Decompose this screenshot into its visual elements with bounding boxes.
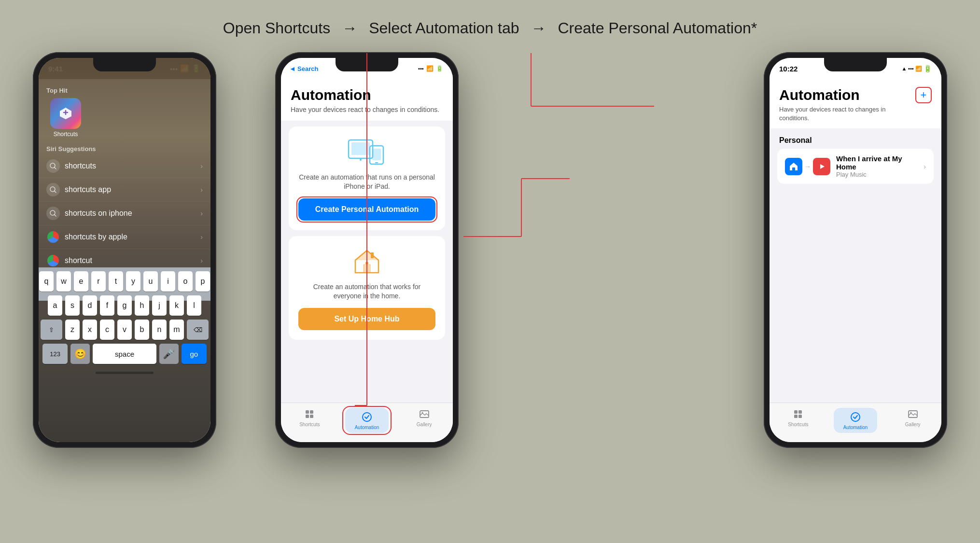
search-result-icon-3: [46, 207, 60, 220]
key-t[interactable]: t: [109, 271, 123, 292]
key-a[interactable]: a: [48, 295, 62, 316]
result-text-1: shortcuts: [65, 162, 200, 170]
shortcuts-app-icon[interactable]: [50, 98, 81, 129]
phone3-tab-gallery[interactable]: Gallery: [884, 408, 941, 427]
key-n[interactable]: n: [152, 320, 167, 340]
phone1-screen: 9:41 ▪▪▪ 📶 🔋 Top Hit: [39, 58, 210, 442]
key-z[interactable]: z: [65, 320, 80, 340]
key-v[interactable]: v: [117, 320, 132, 340]
search-result-shortcuts-app[interactable]: shortcuts app ›: [39, 178, 210, 202]
phone3-tab-shortcuts[interactable]: Shortcuts: [770, 408, 827, 427]
tab-automation[interactable]: Automation: [338, 408, 396, 433]
phone2-status-icons: ▪▪▪ 📶 🔋: [418, 65, 443, 72]
shortcuts-tab-label: Shortcuts: [299, 422, 320, 427]
key-r[interactable]: r: [91, 271, 106, 292]
key-d[interactable]: d: [83, 295, 97, 316]
tab-gallery[interactable]: Gallery: [395, 408, 453, 427]
search-result-icon-1: [46, 159, 60, 173]
key-y[interactable]: y: [126, 271, 140, 292]
key-shift[interactable]: ⇧: [41, 320, 62, 340]
phone1-content: Top Hit Shortcuts Siri Suggestions: [39, 79, 210, 301]
phone3-notch: [824, 58, 887, 71]
key-u[interactable]: u: [143, 271, 158, 292]
key-e[interactable]: e: [74, 271, 88, 292]
search-result-shortcuts-iphone[interactable]: shortcuts on iphone ›: [39, 202, 210, 225]
item-flow-arrow: →: [804, 163, 811, 170]
shortcuts-app-icon-container[interactable]: Shortcuts: [46, 98, 85, 138]
key-l[interactable]: l: [187, 295, 201, 316]
search-result-icon-4: [46, 230, 60, 244]
svg-rect-20: [310, 410, 313, 414]
key-delete[interactable]: ⌫: [187, 320, 209, 340]
step1-label: Open Shortcuts: [223, 19, 330, 37]
setup-home-hub-button[interactable]: Set Up Home Hub: [298, 308, 435, 330]
wifi-icon-3: 📶: [915, 66, 922, 72]
automation-tab-icon: [361, 411, 373, 423]
svg-point-25: [421, 412, 423, 414]
phone3-tab-automation[interactable]: Automation: [827, 408, 884, 433]
automation-item-chevron: ›: [924, 163, 926, 170]
battery-icon-3: 🔋: [924, 65, 932, 72]
key-c[interactable]: c: [100, 320, 114, 340]
key-g[interactable]: g: [117, 295, 132, 316]
create-personal-automation-button[interactable]: Create Personal Automation: [298, 198, 435, 221]
result-text-3: shortcuts on iphone: [65, 209, 200, 218]
wifi-icon-2: 📶: [426, 65, 434, 72]
key-mic[interactable]: 🎤: [159, 344, 179, 364]
svg-marker-15: [355, 251, 378, 260]
key-spacer-l: [39, 295, 45, 316]
key-f[interactable]: f: [100, 295, 114, 316]
search-result-shortcuts[interactable]: shortcuts ›: [39, 154, 210, 178]
phone2-status-left: ◀ Search: [291, 65, 318, 72]
search-result-icon-2: [46, 183, 60, 196]
add-automation-button[interactable]: +: [915, 87, 932, 103]
chevron-icon-4: ›: [200, 233, 203, 241]
svg-rect-12: [372, 149, 381, 160]
automation-tab-label: Automation: [355, 425, 379, 430]
svg-line-3: [55, 191, 56, 193]
phone3-automation-subtitle: Have your devices react to changes in co…: [779, 105, 915, 123]
svg-point-33: [851, 413, 860, 421]
key-p[interactable]: p: [196, 271, 210, 292]
key-i[interactable]: i: [161, 271, 175, 292]
key-w[interactable]: w: [56, 271, 71, 292]
create-personal-btn-container: Create Personal Automation: [298, 198, 435, 221]
p3-gallery-tab-icon: [907, 408, 919, 420]
chevron-icon-2: ›: [200, 186, 203, 194]
key-123[interactable]: 123: [42, 344, 68, 364]
p3-shortcuts-tab-icon: [792, 408, 804, 420]
svg-point-10: [360, 159, 362, 161]
phone2-frame: ◀ Search 9:41 ▪▪▪ 📶 🔋 Automation Have yo…: [275, 52, 459, 448]
svg-rect-16: [363, 264, 371, 273]
tab-shortcuts[interactable]: Shortcuts: [281, 408, 338, 427]
back-label[interactable]: Search: [297, 65, 318, 72]
key-space[interactable]: space: [93, 344, 156, 364]
gallery-tab-icon: [418, 408, 431, 420]
svg-rect-32: [798, 415, 802, 418]
key-x[interactable]: x: [83, 320, 97, 340]
key-go[interactable]: go: [182, 344, 207, 364]
automation-item-subtitle: Play Music: [836, 171, 918, 178]
key-b[interactable]: b: [135, 320, 149, 340]
keyboard-row-3: ⇧ z x c v b n m ⌫: [41, 320, 209, 340]
key-q[interactable]: q: [39, 271, 54, 292]
personal-section-label: Personal: [770, 128, 941, 149]
phone3-frame: 10:22 ▲ ▪▪▪ 📶 🔋 Automation Have your dev…: [764, 52, 947, 448]
home-automation-card: Create an automation that works for ever…: [289, 236, 445, 340]
key-k[interactable]: k: [169, 295, 184, 316]
key-o[interactable]: o: [178, 271, 193, 292]
gallery-tab-label: Gallery: [417, 422, 432, 427]
key-s[interactable]: s: [65, 295, 80, 316]
phone1-notch: [93, 58, 156, 71]
key-m[interactable]: m: [169, 320, 184, 340]
key-emoji[interactable]: 😊: [70, 344, 90, 364]
home-automation-icon: [348, 246, 386, 277]
svg-rect-13: [375, 162, 378, 163]
key-h[interactable]: h: [135, 295, 149, 316]
personal-card-desc: Create an automation that runs on a pers…: [298, 173, 435, 192]
svg-line-1: [55, 167, 56, 169]
key-j[interactable]: j: [152, 295, 167, 316]
automation-list-item-home-music[interactable]: → When I arrive at My Home Play Music ›: [777, 149, 934, 184]
search-result-shortcuts-apple[interactable]: shortcuts by apple ›: [39, 225, 210, 249]
phone2-screen: ◀ Search 9:41 ▪▪▪ 📶 🔋 Automation Have yo…: [281, 58, 453, 442]
